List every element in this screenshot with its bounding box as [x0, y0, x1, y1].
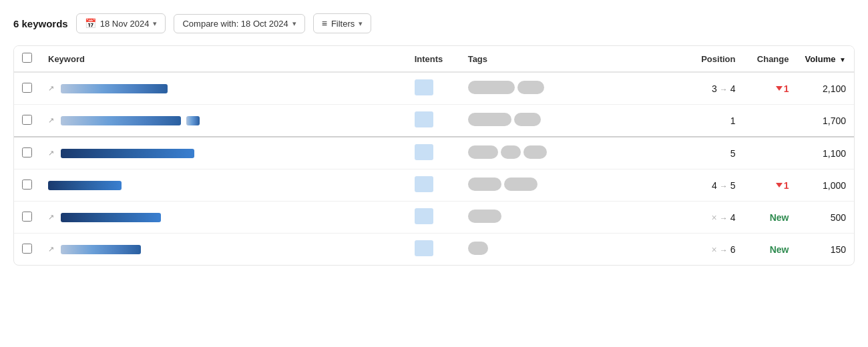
subdomain-icon: ↗ — [48, 116, 54, 125]
row-checkbox-cell — [14, 72, 40, 105]
position-arrow-icon: → — [720, 246, 728, 255]
change-cell — [743, 137, 797, 169]
volume-cell: 500 — [797, 202, 854, 234]
chevron-down-icon-2: ▾ — [292, 19, 296, 28]
filters-button[interactable]: ≡ Filters ▾ — [313, 13, 372, 33]
tag-blurred — [468, 113, 511, 126]
intent-indicator — [415, 144, 433, 160]
position-to: 5 — [730, 180, 736, 191]
keyword-header: Keyword — [40, 46, 407, 72]
keyword-text-blurred — [48, 181, 122, 190]
change-cell: 1 — [743, 169, 797, 202]
subdomain-icon: ↗ — [48, 245, 54, 254]
row-checkbox[interactable] — [22, 83, 32, 93]
intent-indicator — [415, 79, 433, 95]
volume-cell: 150 — [797, 234, 854, 266]
intent-indicator — [415, 111, 433, 127]
row-checkbox[interactable] — [22, 212, 32, 222]
keywords-count: 6 keywords — [13, 18, 68, 29]
position-cell: 3→4 — [663, 72, 743, 105]
keyword-cell: ↗ — [40, 234, 407, 266]
intents-cell — [407, 137, 460, 169]
table-row: ↗3→412,100 — [14, 72, 854, 105]
change-header: Change — [743, 46, 797, 72]
table-row: ↗×→6New150 — [14, 234, 854, 266]
keyword-text-blurred — [61, 149, 194, 158]
position-from: 4 — [712, 180, 717, 191]
intents-cell — [407, 105, 460, 137]
row-checkbox-cell — [14, 137, 40, 169]
change-cell: New — [743, 234, 797, 266]
tag-blurred — [468, 242, 488, 255]
change-down-indicator: 1 — [751, 83, 789, 94]
position-from: 3 — [712, 83, 717, 94]
keyword-text-blurred-2 — [186, 116, 200, 125]
tag-blurred — [517, 81, 544, 94]
change-down-indicator: 1 — [751, 180, 789, 191]
toolbar: 6 keywords 📅 18 Nov 2024 ▾ Compare with:… — [13, 13, 855, 33]
change-cell: 1 — [743, 72, 797, 105]
table-row: ↗51,100 — [14, 137, 854, 169]
keyword-text-blurred — [61, 213, 161, 222]
select-all-checkbox[interactable] — [22, 53, 32, 63]
intents-cell — [407, 169, 460, 202]
change-new-label: New — [770, 212, 789, 223]
compare-label: Compare with: 18 Oct 2024 — [182, 19, 288, 29]
table-row: 4→511,000 — [14, 169, 854, 202]
volume-cell: 1,000 — [797, 169, 854, 202]
row-checkbox[interactable] — [22, 115, 32, 125]
position-arrow-icon: → — [720, 182, 728, 191]
keywords-table: Keyword Intents Tags Position Change Vol… — [13, 45, 855, 266]
change-new-label: New — [770, 244, 789, 255]
position-to: 1 — [730, 115, 736, 126]
chevron-down-icon-3: ▾ — [359, 19, 363, 28]
volume-header[interactable]: Volume ▼ — [797, 46, 854, 72]
row-checkbox[interactable] — [22, 180, 32, 190]
tag-blurred — [514, 113, 541, 126]
triangle-down-icon — [776, 183, 783, 188]
keyword-text-blurred — [61, 84, 168, 93]
position-cell: ×→4 — [663, 202, 743, 234]
position-to: 5 — [730, 148, 736, 159]
row-checkbox[interactable] — [22, 147, 32, 157]
date-filter-button[interactable]: 📅 18 Nov 2024 ▾ — [76, 13, 166, 33]
change-cell: New — [743, 202, 797, 234]
keyword-cell: ↗ — [40, 202, 407, 234]
position-arrow-icon: → — [720, 85, 728, 94]
intents-cell — [407, 234, 460, 266]
calendar-icon: 📅 — [85, 18, 96, 29]
table-row: ↗11,700 — [14, 105, 854, 137]
tag-blurred — [468, 210, 501, 223]
intent-indicator — [415, 208, 433, 224]
intents-cell — [407, 72, 460, 105]
position-cell: ×→6 — [663, 234, 743, 266]
tags-cell — [460, 169, 664, 202]
subdomain-icon: ↗ — [48, 84, 54, 93]
volume-cell: 1,100 — [797, 137, 854, 169]
compare-button[interactable]: Compare with: 18 Oct 2024 ▾ — [174, 14, 304, 33]
filters-label: Filters — [331, 19, 355, 29]
keyword-cell: ↗ — [40, 105, 407, 137]
keyword-cell — [40, 169, 407, 202]
date-label: 18 Nov 2024 — [100, 19, 150, 29]
keyword-text-blurred — [61, 245, 141, 254]
tags-cell — [460, 137, 664, 169]
tag-blurred — [468, 81, 515, 94]
change-cell — [743, 105, 797, 137]
position-to: 6 — [730, 244, 736, 255]
filter-icon: ≡ — [322, 18, 327, 29]
tags-cell — [460, 72, 664, 105]
row-checkbox-cell — [14, 202, 40, 234]
position-cell: 5 — [663, 137, 743, 169]
position-to: 4 — [730, 83, 736, 94]
tags-cell — [460, 234, 664, 266]
select-all-header[interactable] — [14, 46, 40, 72]
row-checkbox-cell — [14, 169, 40, 202]
row-checkbox[interactable] — [22, 244, 32, 254]
tags-cell — [460, 202, 664, 234]
volume-cell: 2,100 — [797, 72, 854, 105]
intent-indicator — [415, 240, 433, 256]
tag-blurred — [523, 145, 547, 159]
triangle-down-icon — [776, 86, 783, 91]
tag-blurred — [504, 178, 537, 191]
